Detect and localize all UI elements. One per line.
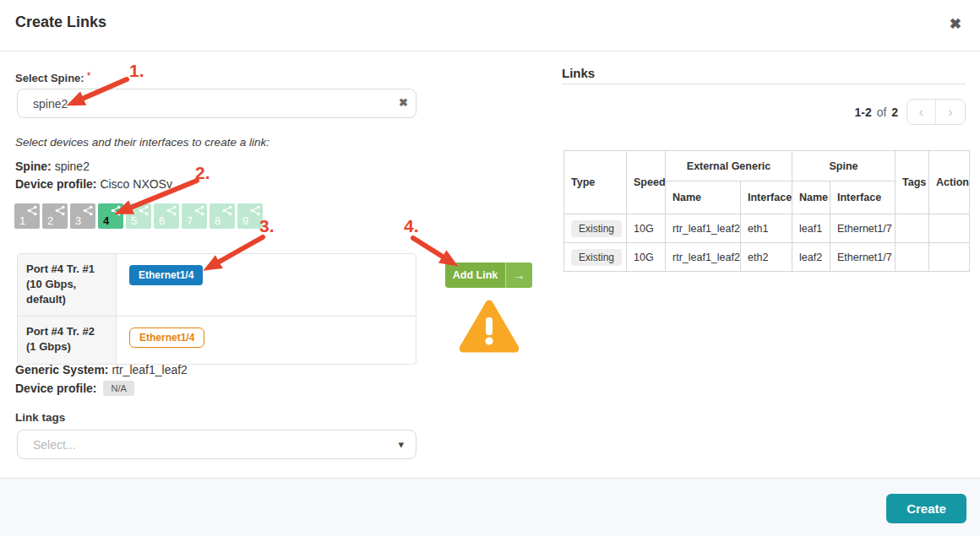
network-icon	[222, 205, 233, 216]
col-header-spine-interface: Interface	[830, 181, 896, 214]
port-button-5[interactable]: 5	[126, 203, 151, 229]
create-button[interactable]: Create	[886, 494, 966, 523]
col-header-tags: Tags	[896, 151, 929, 214]
arrow-right-icon: →	[505, 263, 532, 288]
network-icon	[27, 205, 38, 216]
col-header-speed: Speed	[627, 151, 666, 214]
col-header-eg-interface: Interface	[741, 181, 792, 214]
network-icon	[139, 205, 150, 216]
interface-badge-available[interactable]: Ethernet1/4	[129, 328, 204, 348]
pagination: 1-2 of 2 ‹ ›	[562, 99, 966, 125]
port-button-2[interactable]: 2	[42, 203, 68, 229]
port-button-4[interactable]: 4	[98, 203, 123, 229]
link-tags-select[interactable]: Select... ▾	[17, 430, 416, 459]
spine-input[interactable]	[17, 89, 416, 118]
status-badge: Existing	[571, 249, 622, 266]
warning-icon	[460, 300, 519, 354]
page-range: 1-2 of 2	[855, 106, 899, 119]
network-icon	[111, 205, 122, 216]
col-header-actions: Actions	[929, 151, 970, 214]
table-row: Existing 10G rtr_leaf1_leaf2 eth1 leaf1 …	[564, 214, 970, 243]
chevron-left-icon[interactable]: ‹	[907, 100, 936, 124]
col-header-type: Type	[564, 151, 627, 214]
network-icon	[250, 205, 261, 216]
select-spine-label: Select Spine:*	[15, 70, 90, 85]
chevron-down-icon: ▾	[398, 438, 404, 451]
transform-label: Port #4 Tr. #1 (10 Gbps, default)	[18, 254, 117, 316]
page-title: Create Links	[15, 14, 106, 31]
links-heading: Links	[562, 66, 595, 80]
generic-system-info: Generic System: rtr_leaf1_leaf2	[15, 363, 188, 376]
link-tags-label: Link tags	[15, 411, 65, 424]
na-badge: N/A	[103, 381, 133, 396]
annotation-label-4: 4.	[404, 216, 419, 236]
transform-row-2: Port #4 Tr. #2 (1 Gbps) Ethernet1/4	[18, 317, 416, 364]
port-button-1[interactable]: 1	[14, 203, 40, 229]
generic-device-profile-info: Device profile: N/A	[15, 381, 134, 396]
annotation-label-1: 1.	[129, 61, 144, 80]
select-placeholder: Select...	[33, 438, 398, 452]
col-header-spine-name: Name	[792, 181, 830, 214]
port-button-6[interactable]: 6	[154, 203, 179, 229]
chevron-right-icon[interactable]: ›	[936, 100, 965, 124]
links-divider	[562, 84, 966, 84]
clear-icon[interactable]: ✖	[399, 96, 408, 109]
links-table: Type Speed External Generic Spine Tags A…	[564, 150, 970, 272]
col-header-eg-name: Name	[666, 181, 741, 214]
table-row: Existing 10G rtr_leaf1_leaf2 eth2 leaf2 …	[564, 243, 970, 272]
network-icon	[83, 205, 94, 216]
required-asterisk: *	[87, 70, 91, 82]
annotation-arrow-4	[413, 238, 445, 258]
port-button-3[interactable]: 3	[70, 203, 95, 229]
col-header-spine: Spine	[792, 151, 896, 181]
interface-badge-selected[interactable]: Ethernet1/4	[129, 265, 203, 285]
port-selector: 1 2 3 4 5 6 7 8 9	[14, 203, 263, 229]
transform-label: Port #4 Tr. #2 (1 Gbps)	[18, 317, 117, 364]
close-icon[interactable]: ✖	[950, 15, 961, 33]
network-icon	[194, 205, 205, 216]
port-button-9[interactable]: 9	[237, 203, 263, 229]
port-button-8[interactable]: 8	[210, 203, 235, 229]
status-badge: Existing	[571, 220, 622, 237]
network-icon	[166, 205, 177, 216]
port-button-7[interactable]: 7	[182, 203, 207, 229]
port-transform-table: Port #4 Tr. #1 (10 Gbps, default) Ethern…	[17, 253, 416, 365]
network-icon	[55, 205, 66, 216]
device-profile-info: Device profile: Cisco NXOSv	[15, 177, 172, 191]
transform-row-1: Port #4 Tr. #1 (10 Gbps, default) Ethern…	[18, 254, 416, 317]
col-header-external-generic: External Generic	[666, 151, 792, 181]
spine-info: Spine: spine2	[15, 160, 90, 173]
header-divider	[0, 51, 980, 51]
pager-buttons: ‹ ›	[906, 99, 966, 125]
instruction-note: Select devices and their interfaces to c…	[15, 136, 270, 149]
annotation-label-2: 2.	[195, 163, 210, 182]
add-link-button[interactable]: Add Link →	[445, 263, 532, 288]
dialog-footer	[0, 478, 980, 536]
